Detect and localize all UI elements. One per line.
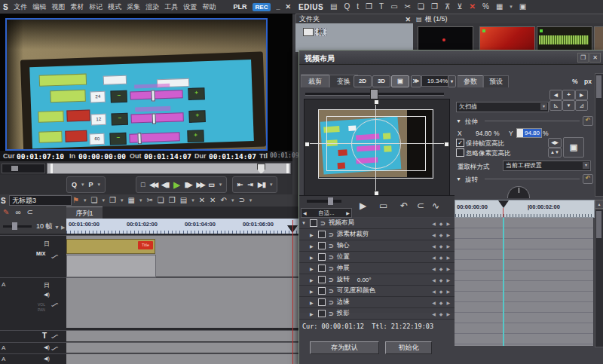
- layout-tree-row[interactable]: ▶ ⊃ 投影 ◀ ◆ ▶: [299, 308, 455, 320]
- position-bar[interactable]: [47, 163, 291, 174]
- prev-keyframe-icon[interactable]: ◀: [432, 300, 436, 305]
- menu-render[interactable]: 渲染: [145, 2, 159, 12]
- mark-in-icon[interactable]: Q: [72, 181, 77, 188]
- monitor-icon[interactable]: ▭: [390, 3, 397, 11]
- nudge-downleft-button[interactable]: ◺: [549, 100, 562, 111]
- params-scrollbar[interactable]: [595, 73, 603, 197]
- chevron-down-icon[interactable]: ▾: [121, 197, 124, 203]
- sequence-title-field[interactable]: 无标题3: [9, 195, 72, 206]
- patch-cable-icon[interactable]: ∫: [51, 301, 59, 307]
- scrollbar-thumb[interactable]: [596, 75, 601, 98]
- chevron-down-icon[interactable]: ▾: [81, 182, 84, 188]
- prev-keyframe-icon[interactable]: ◀: [432, 221, 436, 226]
- reset-loop-icon[interactable]: ⊃: [329, 277, 334, 283]
- enable-checkbox[interactable]: [318, 298, 326, 306]
- enable-checkbox[interactable]: [318, 265, 326, 272]
- expand-arrow-icon[interactable]: ▶: [310, 311, 315, 317]
- next-keyframe-icon[interactable]: ▶: [446, 311, 450, 317]
- track-header-t[interactable]: T ∫: [0, 330, 66, 341]
- section-arrow-icon[interactable]: ▼: [456, 176, 461, 182]
- insert-icon[interactable]: ⊼: [445, 3, 450, 11]
- track-header-va1[interactable]: 日 MIX ∫: [0, 235, 66, 277]
- scroll-up-icon[interactable]: ▲: [595, 200, 603, 209]
- fit-height-button[interactable]: ▲▼: [548, 148, 562, 158]
- anchor-handle[interactable]: [374, 99, 379, 105]
- pixel-unit-button[interactable]: px: [584, 78, 592, 85]
- keyframe-playhead-handle[interactable]: [498, 200, 509, 208]
- chevron-down-icon[interactable]: ▾: [510, 4, 513, 10]
- text-icon[interactable]: T: [379, 3, 384, 11]
- next-keyframe-icon[interactable]: ▶: [446, 289, 450, 294]
- prev-keyframe-icon[interactable]: ◀: [432, 266, 436, 271]
- enable-checkbox[interactable]: [318, 242, 326, 249]
- zoom-slider[interactable]: [3, 225, 32, 228]
- output-monitor-button[interactable]: ▭: [208, 181, 215, 188]
- step-back-button[interactable]: ◀▮: [161, 181, 169, 188]
- paste-icon[interactable]: ❐: [169, 197, 176, 204]
- goto-out-button[interactable]: ⇥: [248, 181, 254, 188]
- layout-canvas[interactable]: [304, 99, 450, 197]
- nudge-center-button[interactable]: +: [562, 90, 575, 100]
- prev-keyframe-icon[interactable]: ◀: [432, 232, 436, 237]
- fit-width-button[interactable]: ◀▶: [548, 138, 562, 148]
- restore-icon[interactable]: ❐: [577, 53, 589, 63]
- export-icon[interactable]: ❐: [366, 3, 372, 11]
- rotation-knob[interactable]: [507, 186, 530, 198]
- add-keyframe-icon[interactable]: ⊂: [417, 200, 424, 211]
- tab-sequence-1[interactable]: 序列1: [66, 206, 103, 219]
- speaker-icon[interactable]: ◀): [44, 292, 50, 298]
- reset-loop-icon[interactable]: ⊃: [329, 288, 334, 295]
- keyframe-ruler[interactable]: 00:00:00:00 |00:00:02:00: [455, 200, 595, 218]
- preview-video-frame[interactable]: 24 − + 12 − + 60 − +: [5, 18, 268, 151]
- menu-help[interactable]: 帮助: [202, 2, 216, 12]
- undo-icon[interactable]: ↶: [400, 200, 408, 211]
- play-around-button[interactable]: ▶▮: [258, 181, 265, 188]
- keep-aspect-checkbox[interactable]: ✓: [456, 139, 464, 147]
- chevron-down-icon[interactable]: ▾: [583, 162, 589, 169]
- x-value[interactable]: 94.80: [476, 130, 491, 137]
- zoom-slider-handle[interactable]: [12, 222, 17, 230]
- zoom-scale-value[interactable]: 10 帧: [36, 223, 53, 230]
- menu-settings[interactable]: 设置: [183, 2, 197, 12]
- prev-keyframe-icon[interactable]: ◀: [432, 311, 436, 317]
- bin-root-folder[interactable]: 根: [315, 28, 326, 36]
- track-header-va2[interactable]: A 日 ◀) VOL PAN ∫: [0, 277, 66, 328]
- view-2d-button[interactable]: 2D: [354, 75, 372, 87]
- y-value-field[interactable]: 94.80: [516, 128, 542, 138]
- fit-all-button[interactable]: ▣: [563, 137, 584, 158]
- enable-checkbox[interactable]: [318, 276, 326, 283]
- resample-dropdown[interactable]: 当前工程设置 ▾: [503, 161, 591, 171]
- loop-icon[interactable]: ∞: [15, 209, 20, 216]
- layout-tree-row[interactable]: ▶ ⊃ 旋转 0.00° ◀ ◆ ▶: [299, 274, 455, 286]
- title-tool-icon[interactable]: t: [357, 3, 359, 11]
- menu-edit[interactable]: 编辑: [32, 2, 46, 12]
- interpolation-dropdown[interactable]: ◀ 自适... ▶: [301, 208, 352, 218]
- track-header-a2[interactable]: A ◀): [0, 353, 66, 364]
- view-both-button[interactable]: ▣: [391, 75, 409, 87]
- ripple-icon[interactable]: ▤: [180, 197, 187, 204]
- track-lane-va1[interactable]: Title: [66, 235, 298, 277]
- speaker-icon[interactable]: ◀): [44, 344, 50, 350]
- add-keyframe-icon[interactable]: ◆: [439, 300, 443, 305]
- next-keyframe-icon[interactable]: ▶: [446, 266, 450, 271]
- keyframe-scrollbar[interactable]: [595, 209, 603, 347]
- stop-button[interactable]: □: [141, 181, 145, 188]
- menu-clip[interactable]: 素材: [70, 2, 84, 12]
- nudge-downright-button[interactable]: ◿: [575, 100, 588, 111]
- copy-icon[interactable]: ❏: [158, 197, 164, 204]
- add-keyframe-icon[interactable]: ◆: [439, 289, 443, 294]
- ignore-par-checkbox[interactable]: [456, 148, 464, 157]
- menu-marker[interactable]: 标记: [89, 2, 103, 12]
- add-keyframe-icon[interactable]: ◆: [439, 243, 443, 249]
- track-lane-a1[interactable]: [66, 342, 298, 353]
- shuttle-slider[interactable]: [2, 164, 45, 173]
- chevron-down-icon[interactable]: ▼: [54, 225, 60, 230]
- cut-icon[interactable]: ✂: [146, 197, 152, 204]
- delete-icon[interactable]: ✕: [470, 3, 476, 11]
- next-keyframe-icon[interactable]: ▶: [446, 277, 450, 283]
- cut-icon[interactable]: ✂: [405, 3, 411, 11]
- rewind-button[interactable]: ◀◀: [149, 181, 157, 188]
- bin-icon[interactable]: ▤: [330, 3, 337, 11]
- reset-loop-icon[interactable]: ⊃: [329, 231, 334, 238]
- chevron-right-icon[interactable]: ▶: [346, 210, 350, 216]
